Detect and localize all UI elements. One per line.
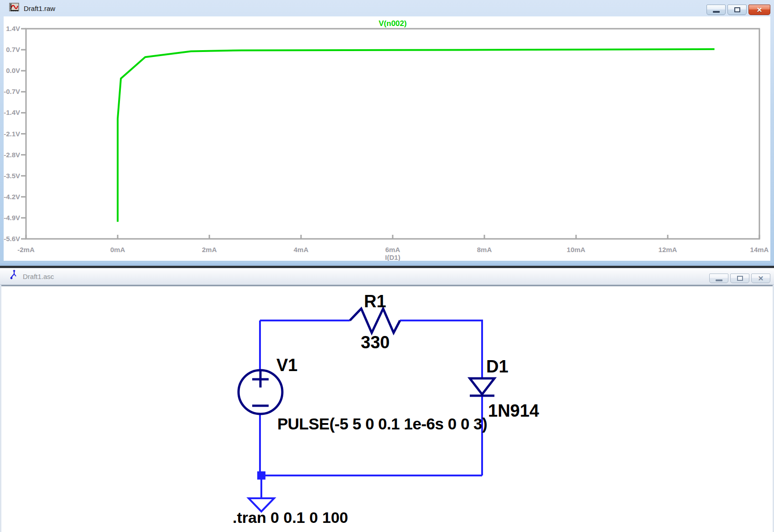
source-value-label[interactable]: PULSE(-5 5 0 0.1 1e-6s 0 0 3) [277, 415, 487, 433]
x-tick-label: 12mA [659, 246, 677, 253]
schematic-canvas[interactable]: R1 330 V1 PULSE(-5 5 0 0.1 1e-6s 0 0 3) … [1, 285, 773, 532]
close-icon: ✕ [758, 274, 764, 283]
plot-canvas[interactable]: 1.4V0.7V0.0V-0.7V-1.4V-2.1V-2.8V-3.5V-4.… [4, 16, 770, 261]
plus-icon [252, 371, 269, 387]
schematic-window-title: Draft1.asc [23, 273, 54, 280]
trace-vn002[interactable] [118, 49, 714, 221]
resistor-R1[interactable]: R1 330 [350, 292, 400, 352]
close-button[interactable]: ✕ [748, 5, 770, 15]
resistor-ref-label[interactable]: R1 [364, 292, 386, 311]
maximize-icon [737, 276, 743, 281]
plot-frame [26, 29, 759, 239]
schematic-window-titlebar[interactable]: Draft1.asc ✕ [0, 268, 774, 285]
maximize-icon [734, 7, 740, 12]
spice-directive[interactable]: .tran 0 0.1 0 100 [233, 509, 348, 526]
plot-pane[interactable]: 1.4V0.7V0.0V-0.7V-1.4V-2.1V-2.8V-3.5V-4.… [4, 16, 770, 261]
schematic-drawing[interactable]: R1 330 V1 PULSE(-5 5 0 0.1 1e-6s 0 0 3) … [1, 286, 773, 532]
source-ref-label[interactable]: V1 [276, 356, 297, 375]
minimize-icon [713, 11, 720, 13]
waveform-window-title: Draft1.raw [24, 5, 55, 12]
x-tick-label: 14mA [750, 246, 769, 253]
voltage-source-V1[interactable]: V1 PULSE(-5 5 0 0.1 1e-6s 0 0 3) [239, 356, 487, 433]
x-tick-label: 0mA [110, 246, 125, 253]
x-tick-label: -2mA [17, 246, 35, 253]
close-button[interactable]: ✕ [751, 274, 770, 283]
x-tick-label: 2mA [202, 246, 217, 253]
diode-ref-label[interactable]: D1 [486, 357, 509, 376]
y-tick-label: 0.0V [6, 67, 20, 74]
diode-D1[interactable]: D1 1N914 [470, 357, 539, 420]
y-tick-label: -2.8V [4, 151, 20, 159]
wire-junction[interactable] [257, 471, 265, 480]
y-tick-label: -4.2V [4, 193, 20, 201]
waveform-window: Draft1.raw ✕ 1.4V0.7V0.0V-0.7V-1.4V-2.1V… [0, 0, 774, 263]
x-tick-label: 8mA [477, 246, 492, 253]
close-icon: ✕ [757, 6, 763, 14]
y-tick-label: -3.5V [4, 172, 20, 180]
schematic-window: Draft1.asc ✕ R1 330 [0, 266, 774, 532]
x-tick-label: 4mA [294, 246, 309, 253]
maximize-button[interactable] [727, 5, 747, 15]
y-tick-label: -0.7V [4, 88, 20, 95]
schematic-icon [9, 270, 18, 283]
y-tick-label: -5.6V [4, 235, 20, 243]
y-tick-label: 0.7V [6, 46, 20, 53]
waveform-window-titlebar[interactable]: Draft1.raw ✕ [0, 0, 774, 16]
x-axis-label: I(D1) [385, 253, 400, 261]
resistor-value-label[interactable]: 330 [361, 333, 390, 352]
minimize-icon [716, 279, 722, 281]
x-tick-label: 10mA [567, 246, 586, 253]
y-tick-label: -1.4V [4, 108, 20, 116]
waveform-icon [9, 3, 19, 14]
y-tick-label: -2.1V [4, 130, 20, 138]
minimize-button[interactable] [709, 274, 728, 283]
trace-legend[interactable]: V(n002) [379, 19, 406, 28]
minimize-button[interactable] [706, 5, 726, 15]
x-tick-label: 6mA [385, 246, 400, 253]
y-tick-label: 1.4V [6, 25, 20, 32]
maximize-button[interactable] [730, 274, 749, 283]
y-tick-label: -4.9V [4, 214, 20, 222]
diode-value-label[interactable]: 1N914 [488, 401, 539, 420]
